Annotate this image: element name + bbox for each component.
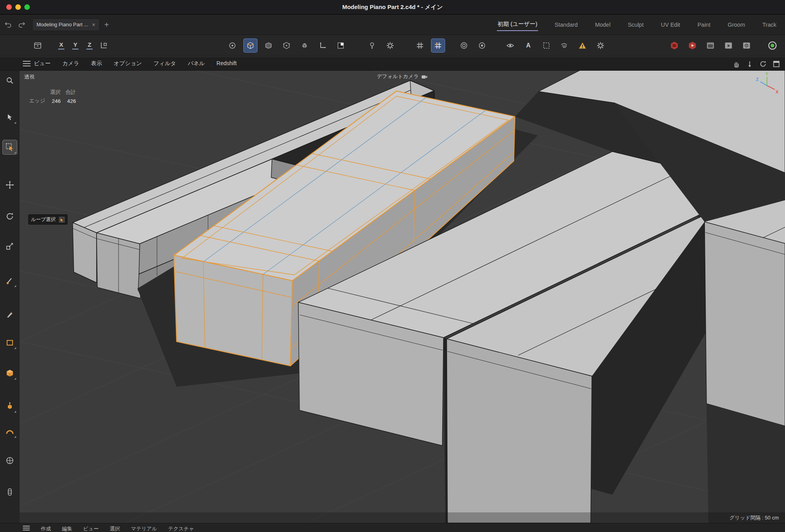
interactive-render-button[interactable] bbox=[765, 38, 780, 53]
window-title: Modeling Piano Part 2.c4d * - メイン bbox=[342, 4, 443, 11]
axis-z-label: Z bbox=[88, 42, 91, 48]
selection-col-total: 合計 bbox=[63, 88, 78, 97]
close-tab-icon[interactable]: × bbox=[92, 22, 95, 28]
warning-triangle-icon[interactable] bbox=[575, 38, 590, 53]
snap-grid-icon[interactable] bbox=[413, 38, 427, 53]
gizmo-x-label: X bbox=[776, 90, 779, 94]
material-menu-icon[interactable] bbox=[23, 526, 30, 530]
material-manager-menu: 作成 編集 ビュー 選択 マテリアル テクスチャ bbox=[0, 523, 785, 532]
extrude-tool-icon[interactable] bbox=[2, 399, 17, 414]
edge-mode-button[interactable] bbox=[243, 38, 257, 53]
axis-x-label: X bbox=[59, 42, 63, 48]
menu-material[interactable]: マテリアル bbox=[131, 525, 157, 532]
loop-selection-tooltip: ループ選択 bbox=[28, 214, 68, 225]
selection-filter-icon[interactable] bbox=[539, 38, 553, 53]
rotate-view-icon[interactable] bbox=[759, 60, 767, 68]
live-selection-tool-icon[interactable] bbox=[2, 140, 17, 155]
modeling-settings-gear-icon[interactable] bbox=[383, 38, 397, 53]
layout-switcher: 初期 (ユーザー) Standard Model Sculpt UV Edit … bbox=[497, 15, 777, 35]
axis-settings-gear-icon[interactable] bbox=[475, 38, 489, 53]
layout-tab-paint[interactable]: Paint bbox=[697, 19, 711, 30]
select-tool-icon[interactable] bbox=[2, 110, 17, 125]
zoom-window-button[interactable] bbox=[24, 4, 30, 10]
pan-view-hand-icon[interactable] bbox=[732, 60, 740, 68]
viewport-menu-icon[interactable] bbox=[23, 61, 31, 66]
polygon-mode-icon[interactable] bbox=[261, 38, 276, 53]
tool-palette bbox=[0, 71, 20, 523]
layout-tab-initial[interactable]: 初期 (ユーザー) bbox=[497, 18, 538, 31]
menu-view[interactable]: ビュー bbox=[34, 60, 51, 67]
scale-tool-icon[interactable] bbox=[2, 239, 17, 254]
redo-button[interactable] bbox=[16, 20, 27, 30]
lock-y-axis-button[interactable]: Y bbox=[68, 38, 82, 53]
model-mode-icon[interactable] bbox=[298, 38, 312, 53]
camera-icon bbox=[422, 74, 428, 79]
view-projection-label[interactable]: 透視 bbox=[24, 73, 35, 80]
subdivide-tool-icon[interactable] bbox=[2, 453, 17, 468]
options-gear-icon[interactable] bbox=[593, 38, 608, 53]
menu-redshift[interactable]: Redshift bbox=[217, 60, 237, 67]
menu-camera[interactable]: カメラ bbox=[62, 60, 79, 67]
render-queue-button[interactable] bbox=[721, 38, 736, 53]
layout-tab-groom[interactable]: Groom bbox=[727, 19, 746, 30]
window-controls bbox=[6, 4, 30, 10]
viewport-3d[interactable]: 透視 デフォルトカメラ 選択 合計 エッジ 246 426 ループ選択 Y Z … bbox=[20, 71, 785, 523]
knife-tool-icon[interactable] bbox=[2, 307, 17, 322]
axis-center-icon[interactable] bbox=[457, 38, 471, 53]
render-settings-button[interactable] bbox=[739, 38, 754, 53]
axis-y-label: Y bbox=[73, 42, 77, 48]
render-picture-viewer-button[interactable] bbox=[685, 38, 699, 53]
menu-texture[interactable]: テクスチャ bbox=[168, 525, 194, 532]
menu-panel[interactable]: パネル bbox=[188, 60, 205, 67]
layout-tab-standard[interactable]: Standard bbox=[554, 19, 579, 30]
document-tab[interactable]: Modeling Piano Part ... × bbox=[32, 18, 100, 31]
menu-display[interactable]: 表示 bbox=[91, 60, 102, 67]
minimize-window-button[interactable] bbox=[15, 4, 21, 10]
camera-label[interactable]: デフォルトカメラ bbox=[377, 73, 427, 80]
document-tab-label: Modeling Piano Part ... bbox=[37, 22, 88, 27]
zoom-tool-icon[interactable] bbox=[2, 73, 17, 88]
close-window-button[interactable] bbox=[6, 4, 12, 10]
menu-filter[interactable]: フィルタ bbox=[153, 60, 176, 67]
rotate-tool-icon[interactable] bbox=[2, 209, 17, 224]
rectangle-selection-icon[interactable] bbox=[2, 335, 17, 350]
workplane-mode-icon[interactable] bbox=[334, 38, 348, 53]
make-editable-icon[interactable] bbox=[225, 38, 239, 53]
visibility-eye-icon[interactable] bbox=[503, 38, 517, 53]
layout-tab-uv-edit[interactable]: UV Edit bbox=[660, 19, 681, 30]
object-axis-mode-icon[interactable] bbox=[316, 38, 330, 53]
pen-tool-icon[interactable] bbox=[2, 273, 17, 288]
selected-edge-count: 246 bbox=[47, 97, 63, 105]
menu-edit[interactable]: 編集 bbox=[62, 525, 72, 532]
layout-tab-track[interactable]: Track bbox=[761, 19, 777, 30]
a-label: A bbox=[526, 42, 531, 49]
capsule-tool-icon[interactable] bbox=[2, 484, 17, 499]
annotation-a-icon[interactable]: A bbox=[521, 38, 535, 53]
menu-select[interactable]: 選択 bbox=[110, 525, 120, 532]
view-filter-icon[interactable] bbox=[557, 38, 571, 53]
picture-viewer-button[interactable] bbox=[703, 38, 717, 53]
quantize-snap-button[interactable] bbox=[431, 38, 445, 53]
lock-x-axis-button[interactable]: X bbox=[54, 38, 68, 53]
menu-options[interactable]: オプション bbox=[114, 60, 142, 67]
lock-z-axis-button[interactable]: Z bbox=[82, 38, 97, 53]
layout-tab-model[interactable]: Model bbox=[594, 19, 612, 30]
loop-selection-icon[interactable] bbox=[59, 217, 65, 223]
move-view-icon[interactable] bbox=[746, 60, 754, 68]
menu-view-2[interactable]: ビュー bbox=[83, 525, 99, 532]
new-tab-button[interactable]: + bbox=[104, 21, 109, 29]
move-tool-icon[interactable] bbox=[2, 177, 17, 192]
render-view-button[interactable] bbox=[667, 38, 681, 53]
cube-primitive-icon[interactable] bbox=[2, 366, 17, 381]
menu-create[interactable]: 作成 bbox=[41, 525, 51, 532]
enable-axis-icon[interactable] bbox=[365, 38, 379, 53]
selection-col-selected: 選択 bbox=[47, 88, 63, 97]
point-mode-icon[interactable] bbox=[279, 38, 294, 53]
viewport-canvas[interactable] bbox=[20, 71, 785, 523]
asset-browser-icon[interactable] bbox=[31, 38, 45, 53]
undo-button[interactable] bbox=[3, 20, 13, 30]
layout-tab-sculpt[interactable]: Sculpt bbox=[627, 19, 644, 30]
arch-tool-icon[interactable] bbox=[2, 424, 17, 439]
toggle-single-view-icon[interactable] bbox=[772, 60, 780, 68]
coordinate-system-icon[interactable] bbox=[97, 38, 111, 53]
